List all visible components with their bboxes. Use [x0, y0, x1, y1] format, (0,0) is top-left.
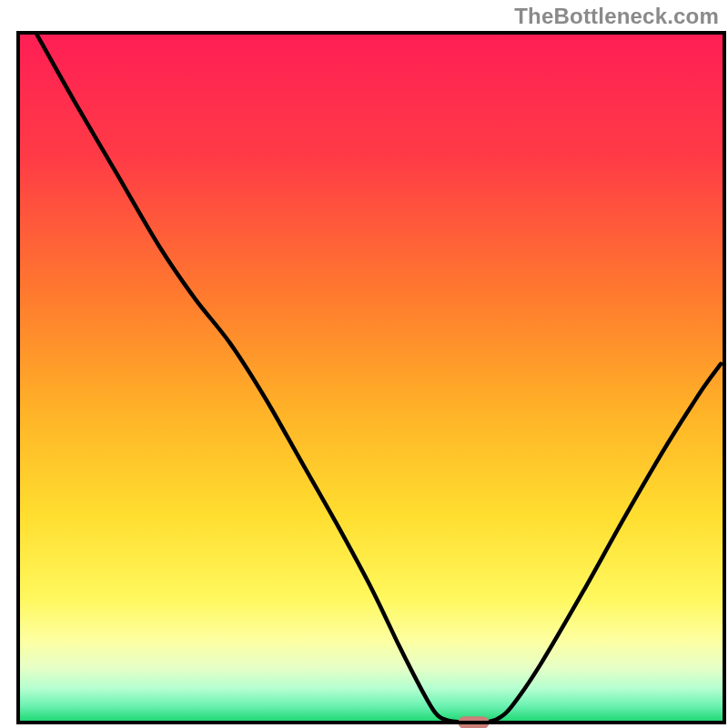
attribution-label: TheBottleneck.com — [514, 4, 719, 29]
chart-svg — [0, 0, 728, 728]
gradient-background — [18, 33, 724, 723]
bottleneck-chart: TheBottleneck.com — [0, 0, 728, 728]
